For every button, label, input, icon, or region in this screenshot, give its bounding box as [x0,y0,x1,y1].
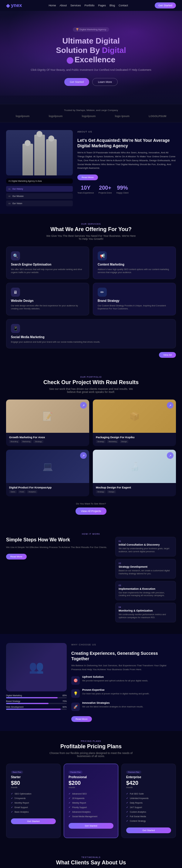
ptag-3-3: Analytics [27,490,37,493]
ptag-2-1: Strategy [96,440,106,443]
service-card-social[interactable]: 📱 Social Media Marketing Engage your aud… [6,319,176,349]
stat-projects: 200+ Projects Done [99,185,112,194]
hero-outline-button[interactable]: Learn More [92,78,118,86]
testimonials-tag: Testimonials [46,856,136,858]
person-figure-3 [46,139,57,176]
service-title-web: Website Design [11,299,84,303]
nav-home[interactable]: Home [49,4,56,7]
portfolio-title-2: Packaging Design For Kopiku [96,436,173,439]
why-read-more-button[interactable]: Read More [71,716,92,722]
progress-digital-label: Digital Marketing85% [6,694,67,696]
progress-web: Web Development90% [6,706,67,710]
feature-innovative: 🚀 Innovative Strategies We use the lates… [71,701,176,712]
pricing-professional[interactable]: Popular Plan Professional $200 /month Ad… [64,764,118,838]
pricing-starter-button[interactable]: Get Started [11,818,56,824]
service-card-seo[interactable]: 🔍 Search Engine Optimisation We offer SE… [6,247,89,279]
portfolio-tags-1: Branding Marketing Strategy [9,440,86,443]
ptag-2-2: Marketing [107,440,118,443]
portfolio-info-2: Packaging Design For Kopiku Strategy Mar… [93,433,176,446]
about-description: We're A Team Of Passionate Individuals W… [77,151,176,170]
ptag-1-3: Strategy [33,440,43,443]
step-1: 01 Initial Consultation & Discovery We s… [115,537,176,557]
service-card-brand[interactable]: ✏ Brand Strategy Our Custom Brand Strate… [93,283,176,315]
ptag-1-1: Branding [9,440,19,443]
service-icon-social: 📱 [11,324,20,333]
progress-bars: Digital Marketing85% Brand Strategy70% [6,694,67,710]
hero-primary-button[interactable]: Get Started [64,78,89,86]
why-section: 👥 Digital Marketing85% Brand Strategy70% [0,634,182,731]
step-num-4: 04 [119,606,173,608]
pricing-price-starter: $80 [11,780,56,786]
pricing-period-ent: /month [126,786,171,788]
portfolio-info-1: Growth Marketing For Anox Branding Marke… [6,433,89,446]
portfolio-item-1[interactable]: 📝 ↗ Growth Marketing For Anox Branding M… [6,400,89,446]
feature-proven-text: Proven Expertise Our team has years of p… [82,688,150,699]
ptag-4-1: Strategy [96,490,106,493]
nav-cta-button[interactable]: Get Started [155,2,176,8]
brand-2: logolpsum [49,115,63,118]
portfolio-img-3: 💻 ↗ [6,450,89,483]
pricing-name-pro: Professional [69,775,113,779]
stat-years: 10Y Years Experience [77,185,94,194]
pricing-feature-p-1: Advanced SEO [69,792,113,796]
testimonials-header: Testimonials What Clients Say About Us D… [6,856,176,868]
feature-upfront: 🎯 Upfront Solution We provide transparen… [71,675,176,686]
pricing-starter[interactable]: Basic Plan Starter $80 /month SEO Optimi… [6,764,61,838]
portfolio-tag: Our Portfolio [46,376,136,378]
nav-logo[interactable]: ◆ ynex [6,3,22,8]
pricing-features-starter: SEO Optimization 5 Keywords Monthly Repo… [11,792,56,814]
nav-about[interactable]: About [59,4,67,7]
feature-upfront-desc: We provide transparent and upfront solut… [82,679,148,682]
pricing-ent-button[interactable]: Get Started [126,828,171,833]
nav-contact[interactable]: Contact [119,4,128,7]
pricing-feature-p-3: Weekly Report [69,801,113,805]
service-card-web[interactable]: 🖥 Website Design Our web design services… [6,283,89,315]
pricing-enterprise[interactable]: Premium Plan Enterprise $420 /month Full… [121,764,176,838]
nav-portfolio[interactable]: Portfolio [84,4,94,7]
portfolio-tags-3: Sales Front Analytics [9,490,86,493]
services-tag: Our Services [46,223,136,225]
pricing-feature-s-1: SEO Optimization [11,792,56,796]
portfolio-title-3: Digital Product For KrompasApp [9,486,86,489]
services-view-all-button[interactable]: View All [159,352,176,358]
progress-web-fill [6,709,61,710]
feature-upfront-text: Upfront Solution We provide transparent … [82,675,148,686]
about-tabs: 01 Our History 02 Our Mission 03 Our Vis… [6,186,73,206]
pricing-badge-ent: Premium Plan [126,771,141,774]
how-read-more-button[interactable]: Read More [6,554,27,559]
portfolio-item-4[interactable]: 🍶 ↗ Mockup Design For Eagent Strategy De… [93,450,176,496]
about-tab-vision[interactable]: 03 Our Vision [6,200,73,206]
pricing-feature-e-6: Full Social Media [126,814,171,819]
pricing-price-ent: $420 [126,780,171,786]
services-subtitle: We Give You The Best Services You Need F… [46,235,136,241]
pricing-pro-button[interactable]: Get Started [69,823,113,829]
pricing-section: Pricing Plans Profitable Pricing Plans C… [0,731,182,847]
about-tab-mission[interactable]: 02 Our Mission [6,193,73,199]
logo-icon: ◆ [6,3,10,8]
why-content: 👥 Digital Marketing85% Brand Strategy70% [6,643,176,722]
about-read-more-button[interactable]: Read More [77,175,98,180]
step-num-2: 02 [119,562,173,564]
portfolio-view-all-button[interactable]: View All Projects [76,507,106,515]
nav-pages[interactable]: Pages [98,4,106,7]
nav-services[interactable]: Services [70,4,81,7]
pricing-feature-p-4: Priority Support [69,805,113,810]
service-card-content[interactable]: 📢 Content Marketing Addison's have high … [93,247,176,279]
stat-projects-value: 200+ [99,185,112,191]
step-num-3: 03 [119,584,173,586]
pricing-name-starter: Starter [11,775,56,779]
pricing-feature-s-2: 5 Keywords [11,796,56,801]
about-tag: About Us [77,130,176,134]
portfolio-item-2[interactable]: 📦 ↗ Packaging Design For Kopiku Strategy… [93,400,176,446]
portfolio-item-3[interactable]: 💻 ↗ Digital Product For KrompasApp Sales… [6,450,89,496]
pricing-features-pro: Advanced SEO 20 Keywords Weekly Report P… [69,792,113,819]
about-tab-history[interactable]: 01 Our History [6,186,73,192]
nav-blog[interactable]: Blog [109,4,115,7]
innovative-icon: 🚀 [71,703,80,711]
step-title-4: Monitoring & Optimization [119,609,173,612]
stat-clients: 99% Happy Client [116,185,129,194]
about-right-panel: About Us Let's Get Acquainted: We're Not… [77,130,176,206]
ptag-3-2: Front [18,490,25,493]
ptag-2-3: Design [120,440,129,443]
progress-brand: Brand Strategy70% [6,700,67,704]
